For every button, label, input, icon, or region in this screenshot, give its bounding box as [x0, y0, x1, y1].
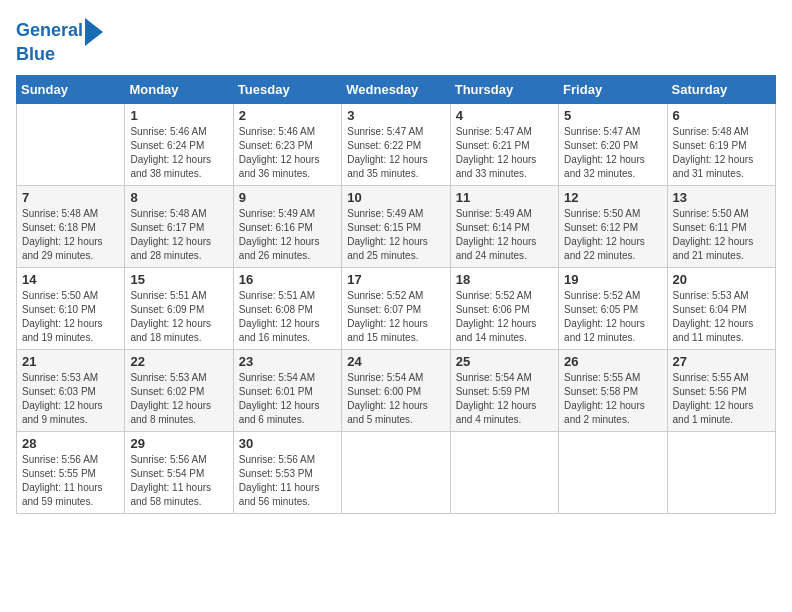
calendar-cell: 17Sunrise: 5:52 AM Sunset: 6:07 PM Dayli…	[342, 268, 450, 350]
day-number: 3	[347, 108, 444, 123]
calendar-cell	[17, 104, 125, 186]
calendar-cell: 27Sunrise: 5:55 AM Sunset: 5:56 PM Dayli…	[667, 350, 775, 432]
day-number: 6	[673, 108, 770, 123]
cell-content: Sunrise: 5:56 AM Sunset: 5:53 PM Dayligh…	[239, 453, 336, 509]
cell-content: Sunrise: 5:47 AM Sunset: 6:22 PM Dayligh…	[347, 125, 444, 181]
calendar-cell: 8Sunrise: 5:48 AM Sunset: 6:17 PM Daylig…	[125, 186, 233, 268]
cell-content: Sunrise: 5:56 AM Sunset: 5:54 PM Dayligh…	[130, 453, 227, 509]
day-number: 15	[130, 272, 227, 287]
calendar-cell: 18Sunrise: 5:52 AM Sunset: 6:06 PM Dayli…	[450, 268, 558, 350]
day-header-tuesday: Tuesday	[233, 76, 341, 104]
logo-text: General	[16, 21, 83, 41]
day-number: 27	[673, 354, 770, 369]
day-number: 26	[564, 354, 661, 369]
calendar-cell: 14Sunrise: 5:50 AM Sunset: 6:10 PM Dayli…	[17, 268, 125, 350]
calendar-cell: 19Sunrise: 5:52 AM Sunset: 6:05 PM Dayli…	[559, 268, 667, 350]
calendar-cell: 12Sunrise: 5:50 AM Sunset: 6:12 PM Dayli…	[559, 186, 667, 268]
calendar-cell: 15Sunrise: 5:51 AM Sunset: 6:09 PM Dayli…	[125, 268, 233, 350]
calendar-cell: 13Sunrise: 5:50 AM Sunset: 6:11 PM Dayli…	[667, 186, 775, 268]
calendar-header-row: SundayMondayTuesdayWednesdayThursdayFrid…	[17, 76, 776, 104]
day-number: 17	[347, 272, 444, 287]
cell-content: Sunrise: 5:51 AM Sunset: 6:08 PM Dayligh…	[239, 289, 336, 345]
day-number: 12	[564, 190, 661, 205]
calendar-week-row: 28Sunrise: 5:56 AM Sunset: 5:55 PM Dayli…	[17, 432, 776, 514]
calendar-cell: 28Sunrise: 5:56 AM Sunset: 5:55 PM Dayli…	[17, 432, 125, 514]
calendar-cell: 22Sunrise: 5:53 AM Sunset: 6:02 PM Dayli…	[125, 350, 233, 432]
day-number: 29	[130, 436, 227, 451]
page-header: General Blue	[16, 16, 776, 65]
day-header-sunday: Sunday	[17, 76, 125, 104]
cell-content: Sunrise: 5:53 AM Sunset: 6:04 PM Dayligh…	[673, 289, 770, 345]
cell-content: Sunrise: 5:49 AM Sunset: 6:14 PM Dayligh…	[456, 207, 553, 263]
cell-content: Sunrise: 5:53 AM Sunset: 6:02 PM Dayligh…	[130, 371, 227, 427]
day-number: 21	[22, 354, 119, 369]
day-number: 30	[239, 436, 336, 451]
day-number: 2	[239, 108, 336, 123]
calendar-cell: 25Sunrise: 5:54 AM Sunset: 5:59 PM Dayli…	[450, 350, 558, 432]
day-number: 7	[22, 190, 119, 205]
calendar-cell: 9Sunrise: 5:49 AM Sunset: 6:16 PM Daylig…	[233, 186, 341, 268]
day-number: 24	[347, 354, 444, 369]
day-header-wednesday: Wednesday	[342, 76, 450, 104]
cell-content: Sunrise: 5:52 AM Sunset: 6:07 PM Dayligh…	[347, 289, 444, 345]
calendar-cell: 29Sunrise: 5:56 AM Sunset: 5:54 PM Dayli…	[125, 432, 233, 514]
cell-content: Sunrise: 5:55 AM Sunset: 5:58 PM Dayligh…	[564, 371, 661, 427]
calendar-week-row: 1Sunrise: 5:46 AM Sunset: 6:24 PM Daylig…	[17, 104, 776, 186]
day-header-friday: Friday	[559, 76, 667, 104]
calendar-cell: 2Sunrise: 5:46 AM Sunset: 6:23 PM Daylig…	[233, 104, 341, 186]
cell-content: Sunrise: 5:49 AM Sunset: 6:15 PM Dayligh…	[347, 207, 444, 263]
day-number: 5	[564, 108, 661, 123]
cell-content: Sunrise: 5:50 AM Sunset: 6:12 PM Dayligh…	[564, 207, 661, 263]
logo-arrow-icon	[85, 18, 103, 46]
cell-content: Sunrise: 5:55 AM Sunset: 5:56 PM Dayligh…	[673, 371, 770, 427]
cell-content: Sunrise: 5:53 AM Sunset: 6:03 PM Dayligh…	[22, 371, 119, 427]
calendar-cell: 21Sunrise: 5:53 AM Sunset: 6:03 PM Dayli…	[17, 350, 125, 432]
calendar-week-row: 21Sunrise: 5:53 AM Sunset: 6:03 PM Dayli…	[17, 350, 776, 432]
cell-content: Sunrise: 5:47 AM Sunset: 6:20 PM Dayligh…	[564, 125, 661, 181]
calendar-cell	[450, 432, 558, 514]
day-number: 23	[239, 354, 336, 369]
calendar-cell	[342, 432, 450, 514]
day-number: 18	[456, 272, 553, 287]
day-number: 4	[456, 108, 553, 123]
day-header-saturday: Saturday	[667, 76, 775, 104]
calendar-cell: 20Sunrise: 5:53 AM Sunset: 6:04 PM Dayli…	[667, 268, 775, 350]
cell-content: Sunrise: 5:52 AM Sunset: 6:06 PM Dayligh…	[456, 289, 553, 345]
calendar-cell: 10Sunrise: 5:49 AM Sunset: 6:15 PM Dayli…	[342, 186, 450, 268]
calendar-cell: 6Sunrise: 5:48 AM Sunset: 6:19 PM Daylig…	[667, 104, 775, 186]
cell-content: Sunrise: 5:49 AM Sunset: 6:16 PM Dayligh…	[239, 207, 336, 263]
calendar-cell	[559, 432, 667, 514]
calendar-cell: 26Sunrise: 5:55 AM Sunset: 5:58 PM Dayli…	[559, 350, 667, 432]
cell-content: Sunrise: 5:48 AM Sunset: 6:17 PM Dayligh…	[130, 207, 227, 263]
cell-content: Sunrise: 5:54 AM Sunset: 5:59 PM Dayligh…	[456, 371, 553, 427]
calendar-cell: 1Sunrise: 5:46 AM Sunset: 6:24 PM Daylig…	[125, 104, 233, 186]
cell-content: Sunrise: 5:48 AM Sunset: 6:19 PM Dayligh…	[673, 125, 770, 181]
calendar-cell: 30Sunrise: 5:56 AM Sunset: 5:53 PM Dayli…	[233, 432, 341, 514]
day-header-thursday: Thursday	[450, 76, 558, 104]
calendar-cell: 24Sunrise: 5:54 AM Sunset: 6:00 PM Dayli…	[342, 350, 450, 432]
logo-blue: Blue	[16, 44, 55, 65]
cell-content: Sunrise: 5:51 AM Sunset: 6:09 PM Dayligh…	[130, 289, 227, 345]
day-number: 22	[130, 354, 227, 369]
day-header-monday: Monday	[125, 76, 233, 104]
day-number: 1	[130, 108, 227, 123]
day-number: 9	[239, 190, 336, 205]
cell-content: Sunrise: 5:47 AM Sunset: 6:21 PM Dayligh…	[456, 125, 553, 181]
calendar-cell: 3Sunrise: 5:47 AM Sunset: 6:22 PM Daylig…	[342, 104, 450, 186]
calendar-week-row: 7Sunrise: 5:48 AM Sunset: 6:18 PM Daylig…	[17, 186, 776, 268]
day-number: 20	[673, 272, 770, 287]
calendar-cell: 11Sunrise: 5:49 AM Sunset: 6:14 PM Dayli…	[450, 186, 558, 268]
day-number: 28	[22, 436, 119, 451]
calendar-cell: 5Sunrise: 5:47 AM Sunset: 6:20 PM Daylig…	[559, 104, 667, 186]
calendar-cell: 4Sunrise: 5:47 AM Sunset: 6:21 PM Daylig…	[450, 104, 558, 186]
day-number: 10	[347, 190, 444, 205]
cell-content: Sunrise: 5:54 AM Sunset: 6:01 PM Dayligh…	[239, 371, 336, 427]
day-number: 8	[130, 190, 227, 205]
day-number: 13	[673, 190, 770, 205]
calendar-table: SundayMondayTuesdayWednesdayThursdayFrid…	[16, 75, 776, 514]
cell-content: Sunrise: 5:50 AM Sunset: 6:10 PM Dayligh…	[22, 289, 119, 345]
calendar-cell: 7Sunrise: 5:48 AM Sunset: 6:18 PM Daylig…	[17, 186, 125, 268]
day-number: 11	[456, 190, 553, 205]
cell-content: Sunrise: 5:48 AM Sunset: 6:18 PM Dayligh…	[22, 207, 119, 263]
calendar-cell: 23Sunrise: 5:54 AM Sunset: 6:01 PM Dayli…	[233, 350, 341, 432]
